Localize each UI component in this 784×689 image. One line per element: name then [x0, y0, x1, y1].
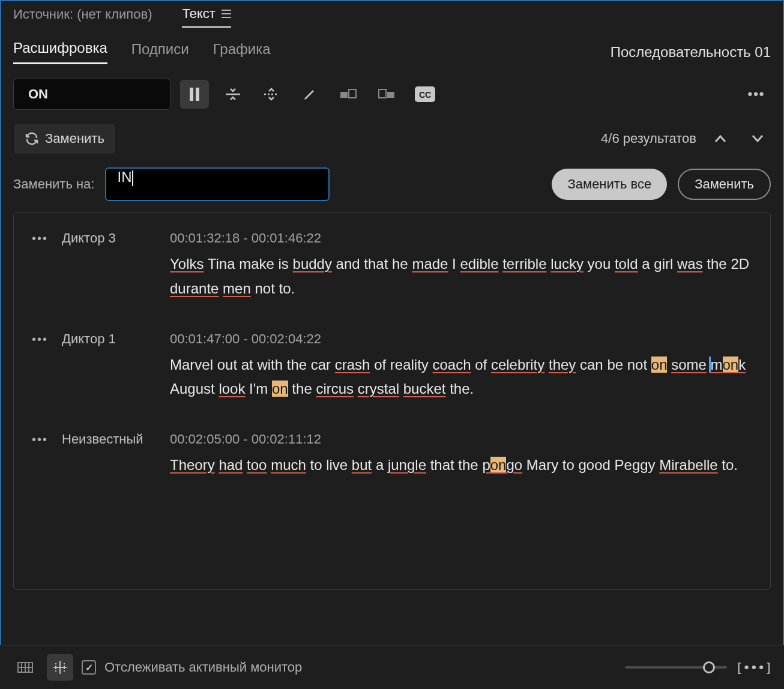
- segment-speaker[interactable]: Неизвестный: [62, 432, 158, 478]
- tab-text[interactable]: Текст: [182, 6, 231, 28]
- menu-icon[interactable]: [222, 10, 231, 18]
- pause-segments-button[interactable]: [180, 80, 209, 109]
- insert-before-button[interactable]: [334, 80, 363, 109]
- panel-tabs: Источник: (нет клипов) Текст: [1, 1, 783, 28]
- search-box[interactable]: [13, 79, 170, 110]
- svg-rect-9: [349, 89, 356, 98]
- zoom-slider[interactable]: [625, 666, 727, 669]
- edit-button[interactable]: [295, 80, 324, 109]
- more-options-button[interactable]: •••: [742, 80, 771, 109]
- segment-menu-button[interactable]: •••: [32, 331, 50, 402]
- next-result-button[interactable]: [744, 125, 771, 152]
- view-mode-2-button[interactable]: [47, 654, 73, 681]
- replace-all-button[interactable]: Заменить все: [552, 169, 667, 200]
- track-monitor-label: Отслеживать активный монитор: [104, 660, 302, 675]
- svg-rect-10: [379, 89, 386, 98]
- tab-source[interactable]: Источник: (нет клипов): [13, 7, 152, 27]
- replace-label: Заменить на:: [13, 176, 94, 192]
- segment-text[interactable]: Theory had too much to live but a jungle…: [170, 453, 752, 478]
- subtab-graphics[interactable]: Графика: [213, 41, 271, 64]
- toolbar: CC •••: [1, 70, 783, 118]
- track-monitor-checkbox[interactable]: [82, 660, 96, 675]
- segment-timecode: 00:01:47:00 - 00:02:04:22: [170, 331, 752, 347]
- subtab-captions[interactable]: Подписи: [131, 41, 189, 64]
- segment-menu-button[interactable]: •••: [32, 432, 50, 478]
- view-mode-1-button[interactable]: [12, 654, 38, 681]
- segment-speaker[interactable]: Диктор 1: [62, 331, 158, 402]
- segment-speaker[interactable]: Диктор 3: [62, 230, 158, 301]
- svg-rect-8: [340, 92, 348, 98]
- sequence-name: Последовательность 01: [611, 44, 771, 61]
- segment-text[interactable]: Yolks Tina make is buddy and that he mad…: [170, 252, 752, 301]
- refresh-icon: [25, 131, 39, 146]
- cc-button[interactable]: CC: [411, 80, 439, 109]
- transcript-segment[interactable]: •••Диктор 100:01:47:00 - 00:02:04:22Marv…: [14, 313, 770, 414]
- segment-timecode: 00:02:05:00 - 00:02:11:12: [170, 432, 752, 447]
- slider-thumb[interactable]: [703, 661, 715, 673]
- sub-tabs: Расшифровка Подписи Графика Последовател…: [1, 28, 783, 70]
- replace-button[interactable]: Заменить: [678, 169, 771, 200]
- transcript-segment[interactable]: •••Диктор 300:01:32:18 - 00:01:46:22Yolk…: [14, 212, 770, 313]
- replace-input[interactable]: IN: [105, 167, 330, 201]
- prev-result-button[interactable]: [707, 125, 734, 152]
- segment-text[interactable]: Marvel out at with the car crash of real…: [170, 353, 752, 402]
- svg-rect-5: [196, 88, 199, 101]
- transcript-segment[interactable]: •••Неизвестный00:02:05:00 - 00:02:11:12T…: [14, 414, 770, 490]
- svg-rect-11: [387, 92, 394, 98]
- overflow-button[interactable]: [•••]: [735, 660, 772, 675]
- tab-text-label: Текст: [182, 6, 215, 22]
- results-count: 4/6 результатов: [601, 131, 696, 146]
- segment-menu-button[interactable]: •••: [32, 230, 50, 301]
- insert-after-button[interactable]: [372, 80, 401, 109]
- svg-rect-4: [190, 88, 193, 101]
- segment-timecode: 00:01:32:18 - 00:01:46:22: [170, 230, 752, 246]
- split-button[interactable]: [257, 80, 286, 109]
- footer: Отслеживать активный монитор [•••]: [0, 645, 784, 689]
- replace-row: Заменить 4/6 результатов: [1, 118, 783, 159]
- transcript-list[interactable]: •••Диктор 300:01:32:18 - 00:01:46:22Yolk…: [13, 212, 771, 590]
- replace-toggle-button[interactable]: Заменить: [13, 123, 116, 154]
- replace-toggle-label: Заменить: [45, 131, 104, 146]
- replace-input-row: Заменить на: IN Заменить все Заменить: [1, 159, 783, 212]
- svg-text:CC: CC: [419, 90, 431, 100]
- search-input[interactable]: [28, 86, 199, 102]
- subtab-transcript[interactable]: Расшифровка: [13, 40, 107, 64]
- merge-button[interactable]: [219, 80, 247, 109]
